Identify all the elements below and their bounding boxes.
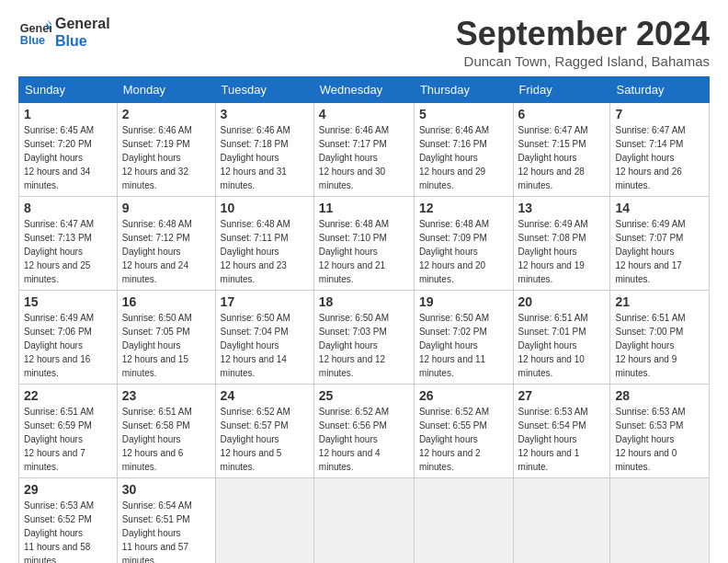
- calendar-header-row: SundayMondayTuesdayWednesdayThursdayFrid…: [19, 77, 710, 103]
- day-info: Sunrise: 6:47 AMSunset: 7:13 PMDaylight …: [24, 219, 94, 284]
- day-number: 6: [518, 107, 606, 121]
- day-info: Sunrise: 6:51 AMSunset: 7:01 PMDaylight …: [518, 313, 588, 378]
- day-info: Sunrise: 6:49 AMSunset: 7:06 PMDaylight …: [24, 313, 94, 378]
- day-info: Sunrise: 6:46 AMSunset: 7:19 PMDaylight …: [122, 125, 192, 190]
- day-number: 20: [518, 294, 606, 309]
- day-info: Sunrise: 6:47 AMSunset: 7:14 PMDaylight …: [615, 125, 685, 190]
- day-header-tuesday: Tuesday: [215, 77, 313, 103]
- day-number: 26: [419, 388, 508, 403]
- day-info: Sunrise: 6:47 AMSunset: 7:15 PMDaylight …: [518, 125, 588, 190]
- logo: General Blue General Blue: [18, 15, 110, 50]
- day-cell-9: 9 Sunrise: 6:48 AMSunset: 7:12 PMDayligh…: [117, 197, 215, 291]
- day-cell-16: 16 Sunrise: 6:50 AMSunset: 7:05 PMDaylig…: [117, 291, 215, 385]
- day-info: Sunrise: 6:48 AMSunset: 7:09 PMDaylight …: [419, 219, 489, 284]
- day-number: 28: [615, 388, 704, 403]
- day-cell-6: 6 Sunrise: 6:47 AMSunset: 7:15 PMDayligh…: [513, 103, 610, 197]
- logo-line1: General: [55, 15, 110, 32]
- day-info: Sunrise: 6:50 AMSunset: 7:02 PMDaylight …: [419, 313, 489, 378]
- day-info: Sunrise: 6:52 AMSunset: 6:57 PMDaylight …: [221, 407, 290, 472]
- day-number: 13: [518, 201, 606, 215]
- day-info: Sunrise: 6:46 AMSunset: 7:18 PMDaylight …: [221, 125, 290, 190]
- day-cell-12: 12 Sunrise: 6:48 AMSunset: 7:09 PMDaylig…: [414, 197, 513, 291]
- day-cell-14: 14 Sunrise: 6:49 AMSunset: 7:07 PMDaylig…: [610, 197, 710, 291]
- day-number: 11: [319, 201, 409, 215]
- calendar-week-3: 15 Sunrise: 6:49 AMSunset: 7:06 PMDaylig…: [19, 291, 710, 385]
- day-cell-17: 17 Sunrise: 6:50 AMSunset: 7:04 PMDaylig…: [215, 291, 313, 385]
- day-info: Sunrise: 6:50 AMSunset: 7:04 PMDaylight …: [221, 313, 290, 378]
- day-cell-27: 27 Sunrise: 6:53 AMSunset: 6:54 PMDaylig…: [513, 385, 610, 478]
- day-cell-1: 1 Sunrise: 6:45 AMSunset: 7:20 PMDayligh…: [19, 103, 118, 197]
- day-cell-7: 7 Sunrise: 6:47 AMSunset: 7:14 PMDayligh…: [610, 103, 710, 197]
- day-number: 12: [419, 201, 508, 215]
- day-cell-3: 3 Sunrise: 6:46 AMSunset: 7:18 PMDayligh…: [215, 103, 313, 197]
- day-number: 7: [615, 107, 704, 121]
- day-header-saturday: Saturday: [610, 77, 710, 103]
- day-number: 10: [221, 201, 309, 215]
- day-info: Sunrise: 6:48 AMSunset: 7:12 PMDaylight …: [122, 219, 192, 284]
- day-number: 27: [518, 388, 606, 403]
- day-number: 24: [221, 388, 309, 403]
- day-number: 19: [419, 294, 508, 309]
- month-title: September 2024: [456, 15, 710, 53]
- day-info: Sunrise: 6:51 AMSunset: 6:59 PMDaylight …: [24, 407, 94, 472]
- empty-cell: [610, 478, 710, 564]
- day-header-sunday: Sunday: [19, 77, 118, 103]
- day-number: 5: [419, 107, 508, 121]
- day-info: Sunrise: 6:46 AMSunset: 7:16 PMDaylight …: [419, 125, 489, 190]
- day-cell-19: 19 Sunrise: 6:50 AMSunset: 7:02 PMDaylig…: [414, 291, 513, 385]
- day-info: Sunrise: 6:50 AMSunset: 7:03 PMDaylight …: [319, 313, 389, 378]
- empty-cell: [313, 478, 414, 564]
- calendar-table: SundayMondayTuesdayWednesdayThursdayFrid…: [18, 76, 710, 563]
- day-info: Sunrise: 6:48 AMSunset: 7:10 PMDaylight …: [319, 219, 389, 284]
- day-info: Sunrise: 6:49 AMSunset: 7:08 PMDaylight …: [518, 219, 588, 284]
- day-number: 8: [24, 201, 112, 215]
- day-number: 16: [122, 294, 210, 309]
- day-info: Sunrise: 6:54 AMSunset: 6:51 PMDaylight …: [122, 500, 192, 563]
- day-cell-21: 21 Sunrise: 6:51 AMSunset: 7:00 PMDaylig…: [610, 291, 710, 385]
- location-subtitle: Duncan Town, Ragged Island, Bahamas: [456, 53, 710, 69]
- day-number: 17: [221, 294, 309, 309]
- day-cell-8: 8 Sunrise: 6:47 AMSunset: 7:13 PMDayligh…: [19, 197, 118, 291]
- day-info: Sunrise: 6:51 AMSunset: 6:58 PMDaylight …: [122, 407, 192, 472]
- day-info: Sunrise: 6:49 AMSunset: 7:07 PMDaylight …: [615, 219, 685, 284]
- day-info: Sunrise: 6:50 AMSunset: 7:05 PMDaylight …: [122, 313, 192, 378]
- logo-icon: General Blue: [18, 16, 51, 49]
- day-cell-11: 11 Sunrise: 6:48 AMSunset: 7:10 PMDaylig…: [313, 197, 414, 291]
- day-header-wednesday: Wednesday: [313, 77, 414, 103]
- day-cell-10: 10 Sunrise: 6:48 AMSunset: 7:11 PMDaylig…: [215, 197, 313, 291]
- day-number: 15: [24, 294, 112, 309]
- day-cell-5: 5 Sunrise: 6:46 AMSunset: 7:16 PMDayligh…: [414, 103, 513, 197]
- day-cell-20: 20 Sunrise: 6:51 AMSunset: 7:01 PMDaylig…: [513, 291, 610, 385]
- day-cell-28: 28 Sunrise: 6:53 AMSunset: 6:53 PMDaylig…: [610, 385, 710, 478]
- day-info: Sunrise: 6:52 AMSunset: 6:55 PMDaylight …: [419, 407, 489, 472]
- title-area: September 2024 Duncan Town, Ragged Islan…: [456, 15, 710, 69]
- calendar-week-4: 22 Sunrise: 6:51 AMSunset: 6:59 PMDaylig…: [19, 385, 710, 478]
- day-number: 29: [24, 482, 112, 497]
- day-info: Sunrise: 6:45 AMSunset: 7:20 PMDaylight …: [24, 125, 94, 190]
- day-cell-23: 23 Sunrise: 6:51 AMSunset: 6:58 PMDaylig…: [117, 385, 215, 478]
- calendar-week-1: 1 Sunrise: 6:45 AMSunset: 7:20 PMDayligh…: [19, 103, 710, 197]
- day-cell-15: 15 Sunrise: 6:49 AMSunset: 7:06 PMDaylig…: [19, 291, 118, 385]
- day-cell-30: 30 Sunrise: 6:54 AMSunset: 6:51 PMDaylig…: [117, 478, 215, 564]
- day-info: Sunrise: 6:48 AMSunset: 7:11 PMDaylight …: [221, 219, 290, 284]
- day-cell-26: 26 Sunrise: 6:52 AMSunset: 6:55 PMDaylig…: [414, 385, 513, 478]
- calendar-week-2: 8 Sunrise: 6:47 AMSunset: 7:13 PMDayligh…: [19, 197, 710, 291]
- empty-cell: [215, 478, 313, 564]
- day-cell-29: 29 Sunrise: 6:53 AMSunset: 6:52 PMDaylig…: [19, 478, 118, 564]
- logo-line2: Blue: [55, 32, 110, 50]
- day-info: Sunrise: 6:53 AMSunset: 6:53 PMDaylight …: [615, 407, 685, 472]
- day-cell-13: 13 Sunrise: 6:49 AMSunset: 7:08 PMDaylig…: [513, 197, 610, 291]
- day-cell-4: 4 Sunrise: 6:46 AMSunset: 7:17 PMDayligh…: [313, 103, 414, 197]
- day-info: Sunrise: 6:46 AMSunset: 7:17 PMDaylight …: [319, 125, 389, 190]
- empty-cell: [414, 478, 513, 564]
- day-number: 22: [24, 388, 112, 403]
- day-header-friday: Friday: [513, 77, 610, 103]
- day-number: 3: [221, 107, 309, 121]
- day-info: Sunrise: 6:53 AMSunset: 6:52 PMDaylight …: [24, 500, 94, 563]
- day-number: 21: [615, 294, 704, 309]
- day-cell-2: 2 Sunrise: 6:46 AMSunset: 7:19 PMDayligh…: [117, 103, 215, 197]
- day-info: Sunrise: 6:51 AMSunset: 7:00 PMDaylight …: [615, 313, 685, 378]
- day-header-thursday: Thursday: [414, 77, 513, 103]
- empty-cell: [513, 478, 610, 564]
- day-number: 1: [24, 107, 112, 121]
